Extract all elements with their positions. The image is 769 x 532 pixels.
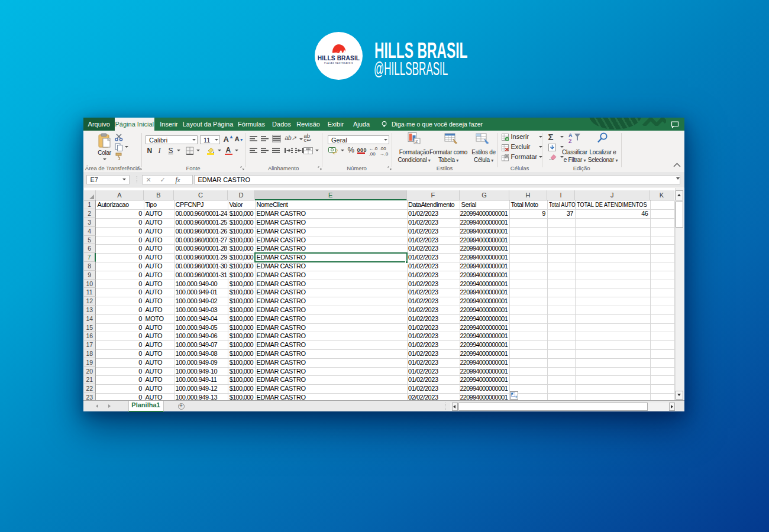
svg-text:Z: Z — [568, 138, 572, 144]
svg-text:≠: ≠ — [415, 139, 418, 144]
svg-text:PLACAS RASTREAVEIS: PLACAS RASTREAVEIS — [324, 62, 353, 64]
svg-text:HILLS BRASIL: HILLS BRASIL — [318, 55, 360, 61]
svg-text:A: A — [568, 132, 573, 138]
